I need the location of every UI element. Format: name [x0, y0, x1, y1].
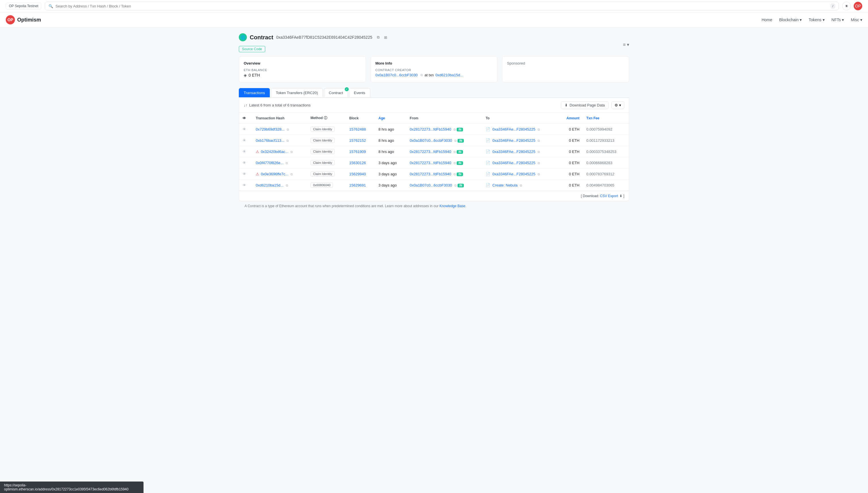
to-link-4[interactable]: 0xa3346FAe...F28045225 — [492, 172, 536, 176]
copy-hash-1[interactable]: ⧉ — [287, 139, 289, 142]
nav-misc[interactable]: Misc ▾ — [851, 18, 862, 22]
from-link-1[interactable]: 0x0a1B07c0...6ccbF3030 — [409, 138, 452, 143]
to-link-0[interactable]: 0xa3346FAe...F28045225 — [492, 127, 536, 131]
row-fee-0: 0.00075994092 — [583, 124, 629, 135]
row-method-0: Claim Identity — [307, 124, 346, 135]
row-amount-3: 0 ETH — [558, 157, 583, 168]
copy-to-1[interactable]: ⧉ — [537, 139, 540, 142]
to-link-5[interactable]: Create: Nebula — [492, 183, 517, 187]
filter-btn[interactable]: ⚙ ▾ — [611, 101, 624, 109]
nav-tokens[interactable]: Tokens ▾ — [809, 18, 824, 22]
eye-icon-5[interactable]: 👁 — [242, 183, 246, 187]
block-link-5[interactable]: 15629691 — [349, 183, 366, 187]
copy-from-2[interactable]: ⧉ — [453, 150, 456, 153]
copy-creator-icon[interactable]: ⧉ — [421, 73, 423, 77]
row-hash-3: 0x0f4770f826e... ⧉ — [252, 157, 307, 168]
tab-token-transfers[interactable]: Token Transfers (ERC20) — [271, 88, 323, 97]
contract-verified-icon: ✓ — [345, 87, 349, 91]
network-badge[interactable]: OP Sepolia Testnet — [6, 3, 41, 9]
nav-links: Home Blockchain ▾ Tokens ▾ NFTs ▾ Misc ▾ — [762, 18, 862, 22]
tx-hash-link-1[interactable]: 0xb176bacf113... — [256, 138, 284, 143]
block-link-2[interactable]: 15761909 — [349, 150, 366, 154]
copy-to-4[interactable]: ⧉ — [537, 172, 540, 176]
nav-nfts[interactable]: NFTs ▾ — [831, 18, 844, 22]
copy-to-2[interactable]: ⧉ — [537, 150, 540, 153]
row-fee-3: 0.00066868283 — [583, 157, 629, 168]
eye-icon-1[interactable]: 👁 — [242, 138, 246, 143]
theme-toggle[interactable]: ☀ — [842, 2, 851, 10]
to-link-3[interactable]: 0xa3346FAe...F28045225 — [492, 161, 536, 165]
filter-chevron: ▾ — [619, 103, 621, 107]
download-btn[interactable]: ⬇ Download Page Data — [561, 101, 609, 109]
nav-blockchain[interactable]: Blockchain ▾ — [779, 18, 802, 22]
row-eye: 👁 — [239, 168, 252, 180]
tab-contract[interactable]: Contract ✓ — [324, 88, 348, 97]
copy-to-3[interactable]: ⧉ — [537, 161, 540, 165]
block-link-3[interactable]: 15630126 — [349, 161, 366, 165]
row-from-0: 0x28172273...fdFb15940 ⧉ IN — [406, 124, 482, 135]
tx-hash-link-4[interactable]: 0x0e3696ffe7c... — [261, 172, 289, 176]
creator-txn-link[interactable]: 0xd6210ba15d... — [436, 73, 463, 77]
col-eye-icon[interactable]: 👁 — [242, 116, 246, 120]
copy-hash-0[interactable]: ⧉ — [287, 128, 289, 131]
table-header: ↓↑ Latest 6 from a total of 6 transactio… — [239, 98, 629, 113]
to-link-2[interactable]: 0xa3346FAe...F28045225 — [492, 150, 536, 154]
row-age-0: 8 hrs ago — [375, 124, 406, 135]
user-avatar[interactable]: OP — [854, 2, 862, 10]
method-info-icon[interactable]: ⓘ — [324, 116, 327, 120]
creator-label: CONTRACT CREATOR — [376, 68, 493, 72]
options-icon[interactable]: ≡ ▾ — [623, 42, 629, 47]
tab-transactions[interactable]: Transactions — [239, 88, 270, 97]
from-link-3[interactable]: 0x28172273...fdFb15940 — [409, 161, 451, 165]
nav-home[interactable]: Home — [762, 18, 772, 22]
col-age: Age — [375, 113, 406, 124]
copy-to-0[interactable]: ⧉ — [537, 128, 540, 131]
row-from-5: 0x0a1B07c0...6ccbF3030 ⧉ IN — [406, 180, 482, 191]
eye-icon-3[interactable]: 👁 — [242, 161, 246, 165]
from-link-5[interactable]: 0x0a1B07c0...6ccbF3030 — [409, 183, 452, 187]
more-info-title: More Info — [376, 61, 493, 65]
copy-address-icon[interactable]: ⧉ — [377, 35, 379, 40]
col-eye: 👁 — [239, 113, 252, 124]
eye-icon-4[interactable]: 👁 — [242, 172, 246, 176]
copy-hash-2[interactable]: ⧉ — [291, 150, 293, 153]
copy-from-5[interactable]: ⧉ — [454, 184, 457, 187]
doc-icon-4: 📄 — [486, 172, 490, 176]
tx-hash-link-3[interactable]: 0x0f4770f826e... — [256, 161, 283, 165]
knowledge-base-link[interactable]: Knowledge Base — [440, 204, 465, 208]
copy-from-4[interactable]: ⧉ — [453, 172, 456, 176]
block-link-0[interactable]: 15762488 — [349, 127, 366, 131]
from-link-4[interactable]: 0x28172273...fdFb15940 — [409, 172, 451, 176]
copy-to-5[interactable]: ⧉ — [520, 184, 522, 187]
block-link-4[interactable]: 15629940 — [349, 172, 366, 176]
tx-hash-link-5[interactable]: 0xd6210ba15d... — [256, 183, 283, 187]
row-block-0: 15762488 — [346, 124, 375, 135]
col-amount: Amount — [558, 113, 583, 124]
tabs-row: Transactions Token Transfers (ERC20) Con… — [239, 88, 629, 98]
csv-export-link[interactable]: CSV Export — [600, 194, 618, 198]
copy-from-1[interactable]: ⧉ — [454, 139, 457, 142]
tokens-chevron: ▾ — [823, 18, 825, 22]
row-method-3: Claim Identity — [307, 157, 346, 168]
eye-icon-2[interactable]: 👁 — [242, 150, 246, 154]
from-link-2[interactable]: 0x28172273...fdFb15940 — [409, 150, 451, 154]
block-link-1[interactable]: 15762152 — [349, 138, 366, 143]
source-code-badge[interactable]: Source Code — [239, 46, 265, 52]
table-row: 👁 ⚠ 0x32420bd6ac... ⧉ Claim Identity 157… — [239, 146, 629, 157]
tx-hash-link-2[interactable]: 0x32420bd6ac... — [261, 150, 289, 154]
eye-icon-0[interactable]: 👁 — [242, 127, 246, 131]
tab-events[interactable]: Events — [349, 88, 370, 97]
row-from-3: 0x28172273...fdFb15940 ⧉ IN — [406, 157, 482, 168]
copy-from-0[interactable]: ⧉ — [453, 128, 456, 131]
qr-icon[interactable]: ⊞ — [384, 35, 387, 40]
tx-hash-link-0[interactable]: 0x729b69df328... — [256, 127, 284, 131]
creator-address-link[interactable]: 0x0a1B07c0...6ccbF3030 — [376, 73, 418, 77]
from-link-0[interactable]: 0x28172273...fdFb15940 — [409, 127, 451, 131]
row-to-4: 📄 0xa3346FAe...F28045225 ⧉ — [482, 168, 558, 180]
copy-from-3[interactable]: ⧉ — [453, 161, 456, 165]
to-link-1[interactable]: 0xa3346FAe...F28045225 — [492, 138, 536, 143]
copy-hash-3[interactable]: ⧉ — [285, 161, 288, 165]
copy-hash-4[interactable]: ⧉ — [291, 172, 293, 176]
copy-hash-5[interactable]: ⧉ — [286, 184, 288, 187]
search-input[interactable] — [56, 4, 828, 8]
